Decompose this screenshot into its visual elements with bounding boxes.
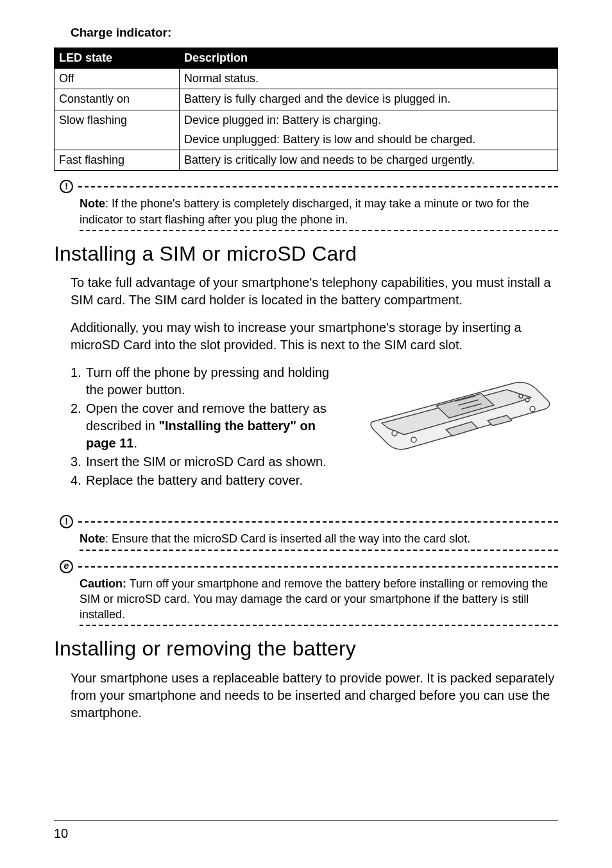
dashed-line (80, 625, 558, 626)
note-icon: ! (60, 180, 73, 193)
svg-point-7 (530, 406, 535, 412)
note-icon: ! (60, 515, 73, 528)
caution-text: Turn off your smartphone and remove the … (80, 577, 548, 621)
dashed-line (78, 566, 558, 568)
cell-desc: Battery is fully charged and the device … (180, 89, 558, 110)
dashed-line (78, 521, 558, 523)
dashed-line (80, 230, 558, 231)
cell-desc: Device plugged in: Battery is charging. … (180, 110, 558, 150)
cell-desc: Battery is critically low and needs to b… (180, 150, 558, 171)
sim-insert-diagram (353, 370, 558, 454)
callout-top-row: ! (60, 515, 558, 528)
cell-state: Off (55, 68, 180, 89)
cell-state: Constantly on (55, 89, 180, 110)
cell-desc-line: Battery is fully charged and the device … (184, 91, 553, 107)
body-paragraph: Additionally, you may wish to increase y… (71, 319, 558, 354)
step-text: . (133, 436, 137, 450)
caution-callout: e Caution: Turn off your smartphone and … (60, 560, 558, 627)
cell-desc: Normal status. (180, 68, 558, 89)
callout-top-row: ! (60, 180, 558, 193)
step-item: Insert the SIM or microSD Card as shown. (71, 453, 346, 471)
step-item: Open the cover and remove the battery as… (71, 400, 346, 452)
table-row: Off Normal status. (55, 68, 558, 89)
dashed-line (80, 550, 558, 551)
steps-with-diagram: Turn off the phone by pressing and holdi… (54, 364, 558, 501)
th-description: Description (180, 48, 558, 68)
step-item: Turn off the phone by pressing and holdi… (71, 364, 346, 399)
svg-point-4 (525, 398, 529, 402)
cell-state: Slow flashing (55, 110, 180, 150)
svg-point-3 (519, 394, 523, 398)
note-callout: ! Note: If the phone's battery is comple… (60, 180, 558, 231)
cell-desc-line: Normal status. (184, 71, 553, 86)
note-lead: Note (80, 532, 105, 545)
cell-desc-line: Device unplugged: Battery is low and sho… (184, 132, 553, 147)
note-lead: Note (80, 197, 105, 210)
svg-point-5 (392, 431, 397, 436)
note-text: : Ensure that the microSD Card is insert… (105, 532, 470, 545)
cell-desc-line: Battery is critically low and needs to b… (184, 152, 553, 168)
cell-desc-line: Device plugged in: Battery is charging. (184, 112, 553, 128)
note-text: : If the phone's battery is completely d… (80, 197, 529, 225)
phone-back-illustration-icon (359, 370, 552, 454)
table-row: Fast flashing Battery is critically low … (55, 150, 558, 171)
page: Charge indicator: LED state Description … (0, 0, 612, 868)
caution-lead: Caution: (80, 577, 126, 590)
steps-list: Turn off the phone by pressing and holdi… (71, 364, 346, 490)
svg-point-6 (411, 437, 416, 442)
cell-state: Fast flashing (55, 150, 180, 171)
section-title-installing-sim: Installing a SIM or microSD Card (54, 240, 558, 268)
caution-body: Caution: Turn off your smartphone and re… (80, 576, 558, 623)
charge-indicator-heading: Charge indicator: (71, 24, 558, 41)
note-body: Note: If the phone's battery is complete… (80, 196, 558, 227)
callout-top-row: e (60, 560, 558, 573)
body-paragraph: Your smartphone uses a replaceable batte… (71, 670, 558, 722)
caution-icon: e (60, 560, 73, 573)
note-body: Note: Ensure that the microSD Card is in… (80, 531, 558, 546)
table-row: Slow flashing Device plugged in: Battery… (55, 110, 558, 150)
dashed-line (78, 186, 558, 187)
step-item: Replace the battery and battery cover. (71, 472, 346, 489)
led-state-table: LED state Description Off Normal status.… (54, 48, 558, 171)
page-number: 10 (54, 820, 558, 842)
note-callout: ! Note: Ensure that the microSD Card is … (60, 515, 558, 550)
table-row: Constantly on Battery is fully charged a… (55, 89, 558, 110)
section-title-installing-battery: Installing or removing the battery (54, 635, 558, 663)
body-paragraph: To take full advantage of your smartphon… (71, 274, 558, 309)
th-led-state: LED state (55, 48, 180, 68)
